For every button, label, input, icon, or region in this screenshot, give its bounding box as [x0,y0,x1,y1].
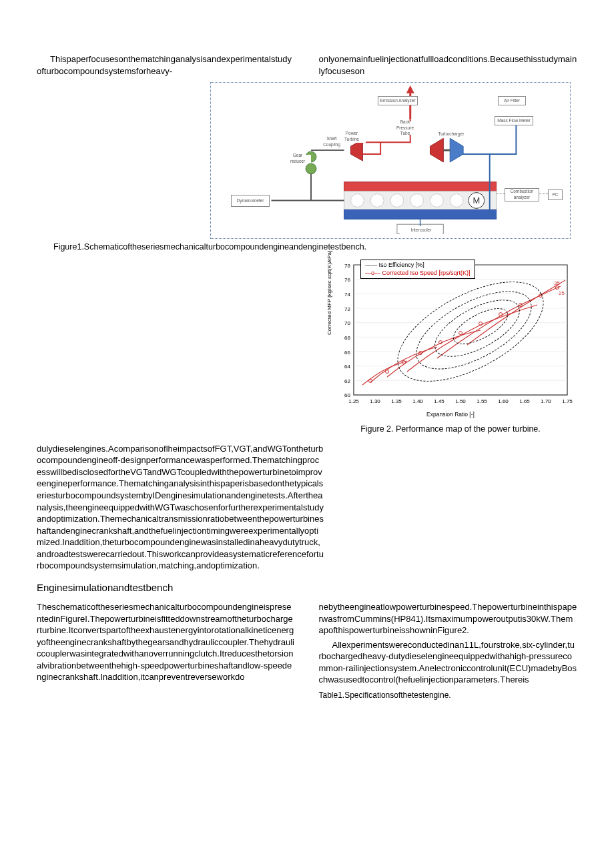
section-title: Enginesimulationandtestbench [37,581,577,594]
svg-marker-15 [351,139,363,161]
svg-text:1.40: 1.40 [412,398,423,404]
svg-point-4 [351,194,364,207]
label-turbocharger: Turbocharger [434,131,468,137]
bottom-right-paragraph-2: Allexperimentswereconductedinan11L,fours… [319,639,578,686]
svg-text:1.55: 1.55 [477,398,487,404]
top-left-paragraph: Thispaperfocusesonthematchinganalysisand… [37,53,296,77]
svg-point-6 [390,194,404,207]
svg-marker-1 [406,85,414,93]
svg-rect-2 [344,182,497,191]
top-paragraph-row: Thispaperfocusesonthematchinganalysisand… [37,53,577,77]
label-bp-tube: Back Pressure Tube [391,121,419,135]
svg-text:25: 25 [559,290,565,296]
label-air-filter: Air Filter [498,96,526,105]
label-shaft-coupling: Shaft Coupling [321,136,342,148]
label-pc: PC [548,189,563,200]
svg-point-18 [306,163,316,174]
bottom-left-paragraph: Theschematicoftheseriesmechanicalturboco… [37,601,296,701]
mid-paragraph: dulydieselengines.Acomparisonoflheimpact… [37,443,324,572]
svg-point-8 [430,194,443,207]
schematic-svg: M [211,83,570,238]
svg-text:1.60: 1.60 [498,398,509,404]
figure-1-caption: Figure1.Schematicoftheseriesmechanicaltu… [53,242,577,253]
label-mass-flow: Mass Flow Meter [495,116,533,125]
svg-text:1.70: 1.70 [541,398,551,404]
svg-text:1.75: 1.75 [562,398,573,404]
svg-text:72: 72 [344,306,350,312]
label-intercooler: Intercooler [400,226,442,234]
svg-text:M: M [473,196,481,206]
figure-2-block: 35 25 78 76 74 72 70 68 66 64 62 60 1.25… [37,258,577,435]
svg-text:1.65: 1.65 [519,398,530,404]
figure-2-caption: Figure 2. Performance map of the power t… [324,424,577,435]
svg-point-9 [450,194,463,207]
table-1-title: Table1.Specificationsofthetestengine. [319,690,578,701]
legend-item-2: Corrected Iso Speed [rps/sqrt(K)] [382,270,471,276]
svg-rect-10 [344,209,497,219]
label-combustion-analyzer: Combustion analyzer [505,188,539,201]
svg-text:70: 70 [344,320,350,326]
svg-text:1.50: 1.50 [455,398,466,404]
label-emission-analyzer: Emission Analyzer [378,96,418,105]
svg-text:68: 68 [344,335,350,341]
bottom-right-paragraph-1: nebytheengineatlowpowerturbinespeed.Thep… [319,601,578,636]
figure-1-schematic: M Emission Analyzer Air Filter Mass Flow… [210,82,571,239]
svg-marker-13 [450,138,463,162]
chart-y-axis-label: Corrected MFP [kg/sec sqrt(K)/kPa] [326,251,334,335]
legend-item-1: Iso Efficiency [%] [378,262,424,268]
svg-text:1.30: 1.30 [370,398,380,404]
chart-legend: ------ Iso Efficiency [%] —o— Corrected … [360,260,475,279]
svg-text:66: 66 [344,350,350,356]
top-right-paragraph: onlyonemainfuelinjectionatfullloadcondit… [319,53,578,77]
label-gear-reducer: Gear reducer [284,155,311,163]
figure-2-chart: 35 25 78 76 74 72 70 68 66 64 62 60 1.25… [324,258,577,412]
svg-marker-12 [430,138,443,162]
svg-text:74: 74 [344,292,350,298]
bottom-two-col: Theschematicoftheseriesmechanicalturboco… [37,601,577,701]
svg-text:1.45: 1.45 [434,398,444,404]
svg-text:62: 62 [344,378,350,384]
figure-1-block: M Emission Analyzer Air Filter Mass Flow… [37,82,577,253]
svg-text:60: 60 [344,392,350,398]
chart-x-axis-label: Expansion Ratio [-] [324,411,577,418]
svg-text:35: 35 [554,280,560,286]
svg-point-7 [410,194,424,207]
svg-text:1.25: 1.25 [348,398,359,404]
svg-text:64: 64 [344,364,350,370]
chart-svg: 35 25 78 76 74 72 70 68 66 64 62 60 1.25… [324,258,577,412]
svg-text:78: 78 [344,263,350,269]
svg-text:76: 76 [344,277,350,283]
svg-text:1.35: 1.35 [391,398,402,404]
svg-point-5 [370,194,384,207]
label-dynamometer: Dynamometer [231,195,270,207]
